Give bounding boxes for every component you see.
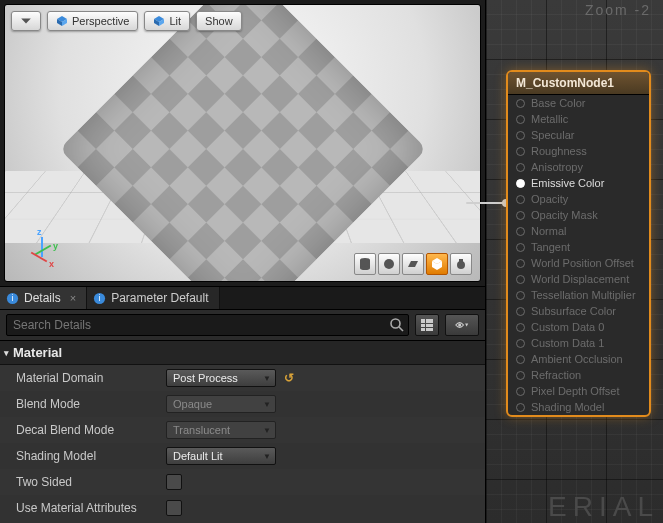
blend-mode-value: Opaque (173, 398, 212, 410)
pin-tangent[interactable]: Tangent (508, 239, 649, 255)
primitive-cube-button[interactable] (426, 253, 448, 275)
pin-normal[interactable]: Normal (508, 223, 649, 239)
property-matrix-button[interactable] (415, 314, 439, 336)
blend-mode-label: Blend Mode (16, 397, 166, 411)
two-sided-checkbox[interactable] (166, 474, 182, 490)
primitive-teapot-button[interactable] (450, 253, 472, 275)
pin-custom-data-1[interactable]: Custom Data 1 (508, 335, 649, 351)
pin-refraction[interactable]: Refraction (508, 367, 649, 383)
lit-button[interactable]: Lit (144, 11, 190, 31)
material-domain-label: Material Domain (16, 371, 166, 385)
blend-mode-dropdown: Opaque▼ (166, 395, 276, 413)
material-result-node[interactable]: M_CustomNode1 Base ColorMetallicSpecular… (506, 70, 651, 417)
pin-socket-icon (516, 243, 525, 252)
pin-socket-icon (516, 355, 525, 364)
perspective-button[interactable]: Perspective (47, 11, 138, 31)
primitive-cylinder-button[interactable] (354, 253, 376, 275)
pin-shading-model[interactable]: Shading Model (508, 399, 649, 415)
pin-subsurface-color[interactable]: Subsurface Color (508, 303, 649, 319)
pin-label: World Position Offset (531, 257, 634, 269)
svg-line-11 (399, 327, 403, 331)
pin-label: Emissive Color (531, 177, 604, 189)
use-material-attributes-label: Use Material Attributes (16, 501, 166, 515)
material-preview-viewport[interactable]: Perspective Lit Show z y x (4, 4, 481, 282)
pin-socket-icon (516, 403, 525, 412)
svg-text:i: i (99, 293, 101, 303)
reset-to-default-button[interactable]: ↺ (284, 371, 294, 385)
pin-socket-icon (516, 371, 525, 380)
node-title: M_CustomNode1 (508, 72, 649, 95)
pin-socket-icon (516, 339, 525, 348)
material-graph[interactable]: Zoom -2 M_CustomNode1 Base ColorMetallic… (485, 0, 663, 523)
pin-emissive-color[interactable]: Emissive Color (508, 175, 649, 191)
pin-label: Opacity (531, 193, 568, 205)
pin-label: Tangent (531, 241, 570, 253)
pin-label: World Displacement (531, 273, 629, 285)
pin-label: Refraction (531, 369, 581, 381)
pin-socket-icon (516, 147, 525, 156)
primitive-sphere-button[interactable] (378, 253, 400, 275)
category-material[interactable]: ▾ Material (0, 341, 485, 365)
svg-point-10 (391, 319, 400, 328)
graph-watermark: ERIAL (548, 491, 659, 523)
pin-label: Custom Data 1 (531, 337, 604, 349)
pin-metallic[interactable]: Metallic (508, 111, 649, 127)
pin-base-color[interactable]: Base Color (508, 95, 649, 111)
axis-x-label: x (49, 259, 54, 269)
primitive-plane-button[interactable] (402, 253, 424, 275)
decal-blend-mode-label: Decal Blend Mode (16, 423, 166, 437)
graph-wire (466, 202, 506, 204)
svg-rect-5 (459, 259, 463, 262)
close-icon[interactable]: × (70, 292, 76, 304)
shading-model-label: Shading Model (16, 449, 166, 463)
pin-socket-icon (516, 179, 525, 188)
pin-label: Pixel Depth Offset (531, 385, 619, 397)
pin-label: Normal (531, 225, 566, 237)
use-material-attributes-checkbox[interactable] (166, 500, 182, 516)
pin-label: Specular (531, 129, 574, 141)
pin-tessellation-multiplier[interactable]: Tessellation Multiplier (508, 287, 649, 303)
tab-details[interactable]: i Details × (0, 287, 87, 309)
svg-text:i: i (12, 293, 14, 303)
pin-socket-icon (516, 227, 525, 236)
axis-gizmo: z y x (19, 227, 63, 271)
svg-point-3 (384, 259, 394, 269)
tab-parameter-defaults[interactable]: i Parameter Default (87, 287, 219, 309)
show-button[interactable]: Show (196, 11, 242, 31)
pin-roughness[interactable]: Roughness (508, 143, 649, 159)
material-domain-value: Post Process (173, 372, 238, 384)
category-material-label: Material (13, 345, 62, 360)
shading-model-value: Default Lit (173, 450, 223, 462)
svg-rect-17 (426, 328, 433, 331)
pin-label: Ambient Occlusion (531, 353, 623, 365)
lit-label: Lit (169, 15, 181, 27)
pin-world-displacement[interactable]: World Displacement (508, 271, 649, 287)
svg-point-18 (458, 323, 461, 326)
search-input[interactable] (6, 314, 409, 336)
pin-socket-icon (516, 275, 525, 284)
pin-socket-icon (516, 323, 525, 332)
pin-socket-icon (516, 115, 525, 124)
material-domain-dropdown[interactable]: Post Process▼ (166, 369, 276, 387)
tab-params-label: Parameter Default (111, 291, 208, 305)
view-options-button[interactable] (445, 314, 479, 336)
pin-specular[interactable]: Specular (508, 127, 649, 143)
search-details-box (6, 314, 409, 336)
pin-label: Base Color (531, 97, 585, 109)
zoom-label: Zoom -2 (585, 2, 651, 18)
pin-opacity-mask[interactable]: Opacity Mask (508, 207, 649, 223)
pin-custom-data-0[interactable]: Custom Data 0 (508, 319, 649, 335)
pin-opacity[interactable]: Opacity (508, 191, 649, 207)
pin-ambient-occlusion[interactable]: Ambient Occlusion (508, 351, 649, 367)
pin-world-position-offset[interactable]: World Position Offset (508, 255, 649, 271)
pin-label: Tessellation Multiplier (531, 289, 636, 301)
shading-model-dropdown[interactable]: Default Lit▼ (166, 447, 276, 465)
decal-blend-mode-value: Translucent (173, 424, 230, 436)
decal-blend-mode-dropdown: Translucent▼ (166, 421, 276, 439)
pin-socket-icon (516, 195, 525, 204)
svg-rect-15 (426, 319, 433, 323)
primitive-shape-toolbar (354, 253, 472, 275)
pin-anisotropy[interactable]: Anisotropy (508, 159, 649, 175)
viewport-menu-toggle[interactable] (11, 11, 41, 31)
pin-pixel-depth-offset[interactable]: Pixel Depth Offset (508, 383, 649, 399)
